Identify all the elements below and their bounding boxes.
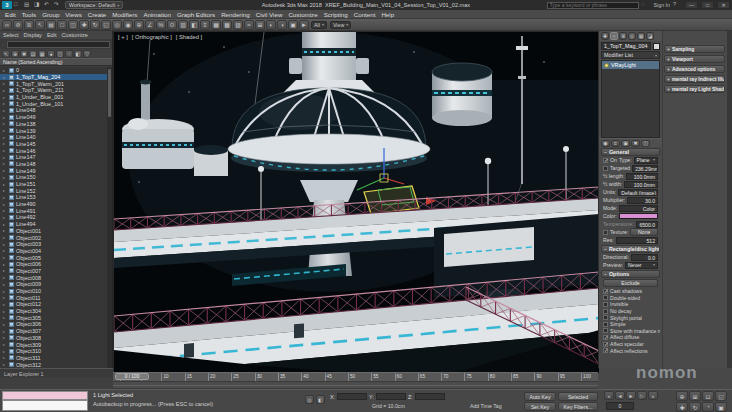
- unlink-selection-icon[interactable]: ⊘: [13, 20, 23, 30]
- menu-item[interactable]: Scripting: [324, 11, 348, 18]
- option-checkbox[interactable]: Store with irradiance map: [601, 328, 660, 335]
- light-color-swatch[interactable]: [619, 213, 658, 219]
- targeted-value-field[interactable]: 236.29mm: [632, 165, 658, 172]
- explorer-row[interactable]: Object312: [0, 361, 107, 368]
- zoom-all-icon[interactable]: ⊞: [689, 391, 701, 401]
- explorer-row[interactable]: Line048: [0, 107, 107, 114]
- explorer-row[interactable]: Object003: [0, 241, 107, 248]
- resolution-field[interactable]: 512: [616, 237, 658, 244]
- rollout-header[interactable]: mental ray Light Shader: [664, 85, 725, 93]
- tab-modify[interactable]: ≈: [610, 32, 618, 40]
- snaps-toggle-icon[interactable]: ⊕: [134, 20, 144, 30]
- menu-item[interactable]: Views: [65, 11, 81, 18]
- explorer-menu-item[interactable]: Edit: [47, 32, 57, 38]
- signin-button[interactable]: Sign In: [654, 2, 671, 8]
- menu-item[interactable]: Content: [354, 11, 376, 18]
- render-production-icon[interactable]: ►: [299, 20, 309, 30]
- new-scene-icon[interactable]: □: [14, 1, 23, 9]
- menu-item[interactable]: Help: [381, 11, 394, 18]
- help-icon[interactable]: ?: [673, 1, 682, 9]
- infocenter-search-input[interactable]: [547, 2, 639, 9]
- modifier-list-dropdown[interactable]: Modifier List▾: [601, 51, 660, 59]
- option-checkbox[interactable]: Skylight portal: [601, 314, 660, 321]
- explorer-scrollbar[interactable]: [107, 67, 112, 368]
- material-editor-icon[interactable]: ◐: [266, 20, 276, 30]
- se-delete-icon[interactable]: ✖: [20, 50, 28, 58]
- add-time-tag[interactable]: Add Time Tag: [470, 403, 502, 409]
- menu-item[interactable]: Animation: [143, 11, 171, 18]
- track-bar[interactable]: [113, 381, 598, 389]
- viewport-general-menu[interactable]: [ + ]: [118, 34, 128, 40]
- param-value-field[interactable]: Color: [619, 205, 658, 212]
- explorer-row[interactable]: Line145: [0, 141, 107, 148]
- explorer-menu-item[interactable]: Display: [24, 32, 42, 38]
- zoom-region-icon[interactable]: ◱: [715, 391, 727, 401]
- workspace-selector[interactable]: Workspace: Default▾: [65, 1, 123, 9]
- explorer-row[interactable]: Line148: [0, 161, 107, 168]
- remove-modifier-icon[interactable]: ✖: [631, 140, 640, 147]
- menu-item[interactable]: Civil View: [256, 11, 283, 18]
- exclude-button[interactable]: Exclude: [603, 279, 658, 287]
- explorer-row[interactable]: Object004: [0, 248, 107, 255]
- select-and-scale-icon[interactable]: ◱: [101, 20, 111, 30]
- menu-item[interactable]: Create: [88, 11, 107, 18]
- use-pivot-center-icon[interactable]: ◎: [112, 20, 122, 30]
- key-filters-button[interactable]: Key Filters...: [558, 402, 598, 411]
- select-and-manipulate-icon[interactable]: ◉: [123, 20, 133, 30]
- directional-field[interactable]: 0.0: [631, 254, 658, 261]
- selection-lock-icon[interactable]: ◧: [316, 395, 325, 404]
- rollout-header[interactable]: Advanced options: [664, 65, 725, 73]
- half-width-field[interactable]: 100.0mm: [624, 181, 658, 188]
- explorer-row[interactable]: Object011: [0, 294, 107, 301]
- pan-icon[interactable]: ✚: [676, 402, 688, 412]
- reference-coordinate-dropdown[interactable]: View▾: [330, 21, 351, 29]
- fov-icon[interactable]: ◔: [702, 402, 714, 412]
- rollout-header[interactable]: General: [601, 148, 660, 156]
- option-checkbox[interactable]: Double-sided: [601, 295, 660, 302]
- set-key-button[interactable]: Set Key: [524, 402, 556, 411]
- configure-modifier-sets-icon[interactable]: ◫: [641, 140, 650, 147]
- explorer-row[interactable]: Object305: [0, 314, 107, 321]
- explorer-row[interactable]: Object012: [0, 301, 107, 308]
- explorer-menu-item[interactable]: Select: [3, 32, 19, 38]
- explorer-row[interactable]: Object005: [0, 254, 107, 261]
- explorer-row[interactable]: Line146: [0, 147, 107, 154]
- spinner-snap-icon[interactable]: ⊙: [167, 20, 177, 30]
- selection-filter-dropdown[interactable]: All▾: [311, 21, 327, 29]
- explorer-row[interactable]: Object310: [0, 348, 107, 355]
- make-unique-icon[interactable]: ▣: [621, 140, 630, 147]
- zoom-extents-icon[interactable]: ⊡: [702, 391, 714, 401]
- se-show-shapes-icon[interactable]: ◧: [74, 50, 82, 58]
- explorer-row[interactable]: Object009: [0, 281, 107, 288]
- explorer-row[interactable]: Line139: [0, 127, 107, 134]
- y-coordinate-field[interactable]: [376, 393, 406, 400]
- z-coordinate-field[interactable]: [415, 393, 445, 400]
- option-checkbox[interactable]: Cast shadows: [601, 288, 660, 295]
- explorer-row[interactable]: Object307: [0, 328, 107, 335]
- menu-item[interactable]: Group: [42, 11, 59, 18]
- tab-create[interactable]: ✚: [601, 32, 609, 40]
- explorer-row[interactable]: Line491: [0, 207, 107, 214]
- go-to-start-icon[interactable]: «: [604, 391, 614, 400]
- zoom-icon[interactable]: ⊕: [676, 391, 688, 401]
- explorer-row[interactable]: Line151: [0, 181, 107, 188]
- option-checkbox[interactable]: Affect diffuse: [601, 334, 660, 341]
- angle-snap-icon[interactable]: ∠: [145, 20, 155, 30]
- se-pick-icon[interactable]: ↖: [2, 50, 10, 58]
- param-value-field[interactable]: 30.0: [627, 197, 658, 204]
- object-name-field[interactable]: 1_TopT_Mag_004: [601, 42, 651, 50]
- menu-item[interactable]: Graph Editors: [177, 11, 215, 18]
- play-icon[interactable]: ►: [626, 391, 636, 400]
- maximize-button[interactable]: □: [701, 1, 714, 9]
- explorer-row[interactable]: Line492: [0, 214, 107, 221]
- undo-icon[interactable]: ↶: [44, 1, 53, 9]
- explorer-row[interactable]: Line153: [0, 194, 107, 201]
- explorer-row[interactable]: Line140: [0, 134, 107, 141]
- tab-motion[interactable]: ◎: [628, 32, 636, 40]
- selection-region-icon[interactable]: □: [57, 20, 67, 30]
- menu-item[interactable]: Edit: [5, 11, 16, 18]
- explorer-row[interactable]: Line149: [0, 167, 107, 174]
- layer-explorer-toggle-icon[interactable]: ▩: [222, 20, 232, 30]
- se-show-all-icon[interactable]: ▤: [29, 50, 37, 58]
- next-frame-icon[interactable]: ▷: [637, 391, 647, 400]
